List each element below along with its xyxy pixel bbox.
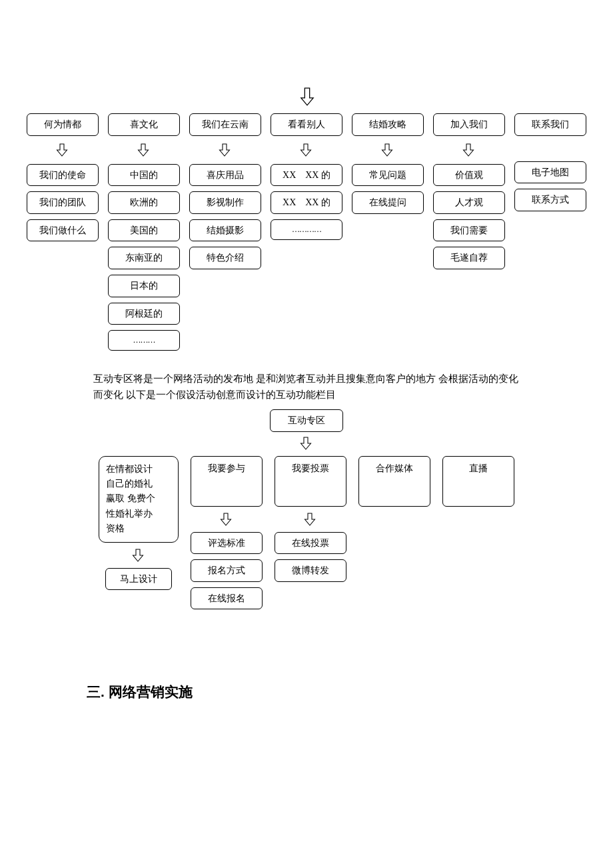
nav-item-box: XX XX 的 — [271, 164, 342, 187]
section-heading: 三. 网络营销实施 — [0, 683, 613, 701]
nav-item-box: 影视制作 — [189, 191, 261, 214]
interactive-column: 直播 — [442, 456, 514, 507]
interactive-header-box: 我要投票 — [275, 456, 346, 507]
nav-item-box: 我们需要 — [433, 219, 505, 242]
nav-item-box: 结婚摄影 — [189, 219, 261, 242]
arrow-down-icon — [300, 87, 313, 107]
arrow-down-icon — [300, 436, 313, 451]
nav-sub-stack: 常见问题在线提问 — [352, 164, 424, 214]
interactive-column: 合作媒体 — [358, 456, 430, 507]
nav-item-box: 价值观 — [433, 164, 505, 187]
nav-sub-stack: 我们的使命我们的团队我们做什么 — [27, 164, 99, 242]
nav-column: 何为情都我们的使命我们的团队我们做什么 — [27, 113, 99, 351]
nav-header-box: 看看别人 — [271, 113, 342, 136]
nav-item-box: 人才观 — [433, 191, 505, 214]
interactive-header-box: 直播 — [442, 456, 514, 507]
nav-column: 我们在云南喜庆用品影视制作结婚摄影特色介绍 — [189, 113, 261, 351]
nav-item-box: ………… — [271, 219, 342, 240]
nav-item-box: 欧洲的 — [108, 191, 180, 214]
arrow-down-icon — [219, 143, 232, 157]
nav-item-box: 我们的团队 — [27, 191, 99, 214]
promo-column: 在情都设计自己的婚礼赢取 免费个性婚礼举办资格马上设计 — [99, 456, 179, 591]
nav-sub-stack: 中国的欧洲的美国的东南亚的日本的阿根廷的……… — [108, 164, 180, 351]
nav-item-box: 美国的 — [108, 219, 180, 242]
promo-action-box: 马上设计 — [105, 568, 172, 591]
nav-header-box: 何为情都 — [27, 113, 99, 136]
arrow-down-icon — [137, 143, 151, 157]
nav-item-box: 东南亚的 — [108, 247, 180, 269]
nav-item-box: 我们的使命 — [27, 164, 99, 187]
nav-item-box: 喜庆用品 — [189, 164, 261, 187]
arrow-down-icon — [220, 512, 233, 527]
nav-column: 联系我们电子地图联系方式 — [514, 113, 586, 351]
nav-item-box: 电子地图 — [514, 161, 586, 184]
nav-header-box: 加入我们 — [433, 113, 505, 136]
interactive-item-box: 评选标准 — [191, 532, 263, 555]
nav-item-box: 常见问题 — [352, 164, 424, 187]
interactive-header-box: 合作媒体 — [358, 456, 430, 507]
nav-item-box: 我们做什么 — [27, 219, 99, 242]
nav-column: 喜文化中国的欧洲的美国的东南亚的日本的阿根廷的……… — [108, 113, 180, 351]
nav-header-box: 喜文化 — [108, 113, 180, 136]
arrow-down-icon — [56, 143, 69, 157]
arrow-down-icon — [381, 143, 394, 157]
nav-column: 加入我们价值观人才观我们需要毛遂自荐 — [433, 113, 505, 351]
nav-sub-stack: 价值观人才观我们需要毛遂自荐 — [433, 164, 505, 269]
interactive-column: 我要参与评选标准报名方式在线报名 — [191, 456, 263, 610]
nav-item-box: 日本的 — [108, 275, 180, 297]
nav-item-box: 特色介绍 — [189, 247, 261, 269]
nav-item-box: XX XX 的 — [271, 191, 342, 214]
interactive-column: 我要投票在线投票微博转发 — [275, 456, 346, 582]
nav-header-box: 我们在云南 — [189, 113, 261, 136]
nav-item-box: 中国的 — [108, 164, 180, 187]
nav-column: 结婚攻略常见问题在线提问 — [352, 113, 424, 351]
page: 何为情都我们的使命我们的团队我们做什么喜文化中国的欧洲的美国的东南亚的日本的阿根… — [0, 0, 613, 868]
nav-column: 看看别人XX XX 的XX XX 的………… — [271, 113, 342, 351]
interactive-header-box: 我要参与 — [191, 456, 263, 507]
interactive-root-box: 互动专区 — [270, 409, 343, 432]
arrow-down-icon — [462, 143, 476, 157]
nav-item-box: ……… — [108, 330, 180, 351]
interactive-intro-paragraph: 互动专区将是一个网络活动的发布地 是和浏览者互动并且搜集意向客户的地方 会根据活… — [0, 371, 613, 403]
interactive-item-box: 在线报名 — [191, 587, 263, 610]
interactive-item-box: 在线投票 — [275, 532, 346, 555]
interactive-diagram: 互动专区 在情都设计自己的婚礼赢取 免费个性婚礼举办资格马上设计我要参与评选标准… — [0, 409, 613, 609]
nav-item-box: 在线提问 — [352, 191, 424, 214]
nav-item-box: 毛遂自荐 — [433, 247, 505, 269]
interactive-item-box: 报名方式 — [191, 559, 263, 582]
nav-item-box: 联系方式 — [514, 189, 586, 211]
arrow-down-icon — [300, 143, 313, 157]
nav-header-box: 结婚攻略 — [352, 113, 424, 136]
interactive-item-box: 微博转发 — [275, 559, 346, 582]
nav-sub-stack: 电子地图联系方式 — [514, 161, 586, 211]
promo-box: 在情都设计自己的婚礼赢取 免费个性婚礼举办资格 — [99, 456, 179, 543]
nav-sub-stack: 喜庆用品影视制作结婚摄影特色介绍 — [189, 164, 261, 269]
nav-item-box: 阿根廷的 — [108, 303, 180, 325]
nav-sitemap: 何为情都我们的使命我们的团队我们做什么喜文化中国的欧洲的美国的东南亚的日本的阿根… — [0, 113, 613, 351]
arrow-down-icon — [304, 512, 317, 527]
nav-header-box: 联系我们 — [514, 113, 586, 136]
nav-sub-stack: XX XX 的XX XX 的………… — [271, 164, 342, 240]
arrow-down-icon — [132, 548, 145, 563]
top-arrow-container — [0, 87, 613, 107]
